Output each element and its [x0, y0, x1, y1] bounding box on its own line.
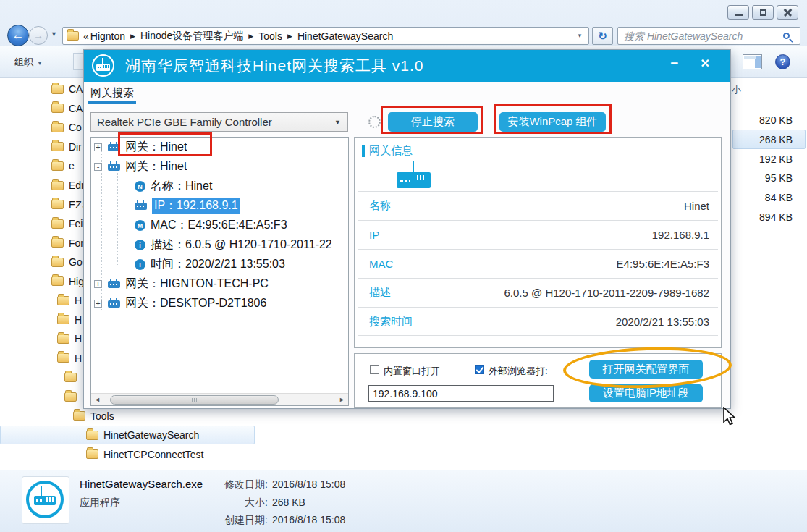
tree-row-time[interactable]: T 时间：2020/2/21 13:55:03 [91, 255, 348, 274]
scroll-left-icon[interactable]: ◄ [91, 394, 103, 405]
help-glyph: ? [780, 56, 786, 67]
organize-button[interactable]: 组织▼ [14, 56, 43, 69]
details-created-value: 2016/8/18 15:08 [272, 514, 345, 525]
expander-icon[interactable]: + [94, 280, 102, 288]
folder-icon [51, 123, 64, 132]
sidebar-folder-item[interactable]: HinetGatewaySearch [0, 426, 255, 445]
time-marker-icon: T [135, 259, 145, 270]
file-size-value: 84 KB [765, 192, 793, 203]
file-size-cell[interactable]: 192 KB [732, 149, 806, 169]
help-icon[interactable]: ? [775, 54, 790, 69]
sidebar-folder-label: Go [69, 256, 83, 268]
sidebar-folder-label: H [75, 333, 82, 345]
gateway-info-row: 名称 Hinet [358, 191, 718, 220]
gateway-info-title: 网关信息 [369, 144, 413, 158]
dialog-titlebar[interactable]: 湖南华辰智通科技Hinet网关搜索工具 v1.0 – ✕ [84, 50, 730, 82]
nav-forward-button[interactable]: → [29, 26, 48, 45]
gateway-tree-panel: + 网关：Hinet - 网关：Hinet N 名称：Hinet IP：192.… [90, 137, 349, 406]
search-icon [783, 33, 790, 39]
tree-label: 名称：Hinet [151, 179, 212, 194]
sidebar-folder-label: HinetGatewaySearch [103, 429, 199, 441]
network-adapter-combobox[interactable]: Realtek PCIe GBE Family Controller ▼ [90, 112, 348, 132]
tree-row-gateway-desktop[interactable]: + 网关：DESKTOP-D2T1806 [91, 294, 348, 313]
file-size-cell[interactable]: 95 KB [732, 168, 806, 187]
file-size-cell[interactable]: 268 KB [732, 130, 806, 149]
address-bar[interactable]: « Hignton ▶ Hinode设备管理客户端 ▶ Tools ▶ Hine… [62, 27, 589, 45]
details-size-label: 大小: [208, 497, 268, 510]
window-minimize-button[interactable] [727, 5, 749, 20]
window-maximize-button[interactable] [752, 5, 774, 20]
expander-icon[interactable]: + [94, 143, 102, 151]
folder-icon [51, 181, 64, 190]
dialog-minimize-button[interactable]: – [670, 54, 678, 70]
sidebar-folder-label: HinetTCPConnectTest [103, 449, 204, 460]
builtin-window-checkbox-label: 内置窗口打开 [384, 365, 440, 378]
file-size-cell[interactable]: 84 KB [732, 187, 806, 207]
folder-icon [86, 449, 98, 459]
file-size-column: 820 KB268 KB192 KB95 KB84 KB894 KB [732, 110, 806, 227]
gateway-info-row: MAC E4:95:6E:4E:A5:F3 [358, 249, 718, 278]
header-accent-bar [362, 145, 365, 157]
info-row-label: 描述 [369, 286, 391, 300]
breadcrumb-separator-icon: ▶ [287, 33, 292, 40]
breadcrumb-item-hinetgatewaysearch[interactable]: HinetGatewaySearch [297, 30, 393, 42]
tree-row-gateway-higntontechpc[interactable]: + 网关：HIGNTON-TECH-PC [91, 274, 348, 294]
file-size-value: 894 KB [759, 211, 793, 223]
tab-gateway-search[interactable]: 网关搜索 [90, 86, 134, 100]
breadcrumb-item-hignton[interactable]: Hignton [90, 30, 125, 42]
breadcrumb-item-tools[interactable]: Tools [258, 30, 282, 42]
sidebar-folder-label: Fei [69, 218, 83, 229]
tree-row-mac[interactable]: M MAC：E4:95:6E:4E:A5:F3 [91, 216, 348, 235]
gateway-router-icon [397, 161, 440, 191]
address-dropdown-icon[interactable]: ▼ [577, 33, 583, 39]
tree-label: MAC：E4:95:6E:4E:A5:F3 [151, 218, 287, 233]
search-input[interactable] [618, 30, 783, 42]
tree-row-description[interactable]: i 描述：6.0.5 @ H120-1710-2011-22 [91, 235, 348, 255]
change-view-icon[interactable] [743, 54, 762, 69]
annotation-red-box-winpcap [494, 104, 612, 134]
toolbar-partial-button[interactable] [73, 53, 83, 70]
gateway-info-row: IP 192.168.9.1 [358, 220, 718, 249]
folder-icon [73, 411, 85, 421]
file-size-cell[interactable]: 820 KB [732, 110, 806, 130]
sidebar-folder-label: H [75, 295, 82, 306]
nav-back-button[interactable]: ← [7, 25, 29, 46]
expander-icon[interactable]: + [94, 300, 102, 308]
tree-row-ip[interactable]: IP：192.168.9.1 [91, 196, 348, 216]
scrollbar-thumb[interactable] [110, 395, 279, 405]
dialog-close-button[interactable]: ✕ [701, 56, 710, 70]
breadcrumb-item-hinode[interactable]: Hinode设备管理客户端 [140, 30, 243, 43]
folder-icon [51, 258, 64, 267]
name-marker-icon: N [135, 181, 145, 192]
tree-label: 描述：6.0.5 @ H120-1710-2011-22 [151, 237, 332, 253]
tree-horizontal-scrollbar[interactable]: ◄ ► [91, 393, 348, 405]
window-close-button[interactable] [777, 5, 798, 20]
info-row-label: 名称 [369, 199, 391, 213]
breadcrumb-overflow[interactable]: « [83, 30, 89, 42]
explorer-window: ← → ▼ « Hignton ▶ Hinode设备管理客户端 ▶ Tools … [0, 0, 807, 532]
gateway-info-rows: 名称 Hinet IP 192.168.9.1 MAC E4:95:6E:4E:… [358, 191, 718, 336]
file-size-value: 820 KB [759, 114, 793, 126]
back-arrow-icon: ← [12, 28, 25, 42]
sidebar-folder-label: Tools [90, 410, 114, 422]
folder-icon [51, 200, 64, 209]
chevron-down-icon: ▼ [334, 119, 347, 126]
sidebar-folder-item[interactable]: HinetTCPConnectTest [0, 444, 255, 464]
builtin-window-checkbox[interactable] [370, 365, 379, 374]
search-box[interactable] [617, 27, 800, 45]
details-filename: HinetGatewaySearch.exe [80, 478, 203, 490]
external-browser-checkbox[interactable] [475, 365, 484, 374]
tree-row-gateway-hinet-2[interactable]: - 网关：Hinet [91, 157, 348, 177]
file-size-cell[interactable]: 894 KB [732, 207, 806, 227]
tree-row-name[interactable]: N 名称：Hinet [91, 177, 348, 196]
refresh-button[interactable]: ↻ [592, 27, 613, 45]
sidebar-folder-item[interactable]: Tools [0, 406, 255, 426]
sidebar-folder-label: e [69, 160, 75, 172]
router-icon [108, 300, 120, 308]
tree-label: 时间：2020/2/21 13:55:03 [151, 257, 285, 272]
folder-icon [64, 392, 77, 402]
nav-history-dropdown[interactable]: ▼ [51, 30, 57, 38]
expander-icon[interactable]: - [94, 163, 102, 171]
scroll-right-icon[interactable]: ► [336, 394, 348, 405]
ip-address-input[interactable] [368, 385, 554, 402]
